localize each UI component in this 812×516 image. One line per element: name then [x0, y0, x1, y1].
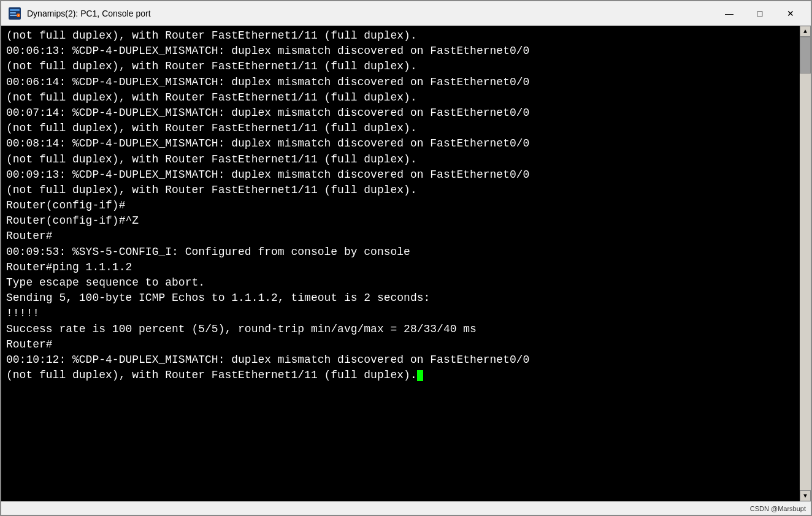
close-button[interactable]: ✕ — [776, 4, 805, 23]
terminal-line: Type escape sequence to abort. — [6, 275, 795, 290]
title-bar: Dynamips(2): PC1, Console port — □ ✕ — [1, 1, 811, 26]
svg-rect-2 — [10, 12, 16, 13]
scroll-up-arrow[interactable]: ▲ — [800, 26, 811, 37]
terminal-line: Router#ping 1.1.1.2 — [6, 260, 795, 275]
main-window: Dynamips(2): PC1, Console port — □ ✕ (no… — [0, 0, 812, 516]
terminal-line: 00:06:14: %CDP-4-DUPLEX_MISMATCH: duplex… — [6, 75, 795, 90]
svg-rect-1 — [10, 9, 20, 11]
terminal-line: Router(config-if)#^Z — [6, 213, 795, 229]
terminal-line: (not full duplex), with Router FastEther… — [6, 59, 795, 74]
terminal-line: !!!!! — [6, 306, 795, 321]
terminal-line: (not full duplex), with Router FastEther… — [6, 368, 795, 383]
terminal-line: 00:09:53: %SYS-5-CONFIG_I: Configured fr… — [6, 245, 795, 260]
scroll-down-arrow[interactable]: ▼ — [800, 490, 811, 501]
terminal-line: (not full duplex), with Router FastEther… — [6, 121, 795, 136]
terminal-line: 00:08:14: %CDP-4-DUPLEX_MISMATCH: duplex… — [6, 136, 795, 151]
terminal-line: 00:06:13: %CDP-4-DUPLEX_MISMATCH: duplex… — [6, 44, 795, 59]
svg-rect-3 — [10, 15, 17, 16]
terminal-line: 00:07:14: %CDP-4-DUPLEX_MISMATCH: duplex… — [6, 105, 795, 121]
terminal-line: (not full duplex), with Router FastEther… — [6, 183, 795, 198]
app-icon — [7, 6, 22, 21]
window-controls: — □ ✕ — [715, 4, 805, 23]
terminal-line: Router# — [6, 337, 795, 352]
scrollbar-track[interactable] — [800, 37, 811, 490]
terminal-line: (not full duplex), with Router FastEther… — [6, 28, 795, 44]
window-title: Dynamips(2): PC1, Console port — [27, 9, 715, 18]
terminal-line: Router# — [6, 229, 795, 244]
status-text: CSDN @Marsbupt — [750, 505, 806, 512]
terminal-line: (not full duplex), with Router FastEther… — [6, 90, 795, 105]
terminal-line: Router(config-if)# — [6, 198, 795, 213]
terminal-line: (not full duplex), with Router FastEther… — [6, 152, 795, 167]
scrollbar-thumb[interactable] — [800, 37, 811, 74]
minimize-button[interactable]: — — [715, 4, 743, 23]
terminal-area: (not full duplex), with Router FastEther… — [1, 26, 811, 501]
status-bar: CSDN @Marsbupt — [1, 501, 811, 515]
terminal-line: 00:10:12: %CDP-4-DUPLEX_MISMATCH: duplex… — [6, 352, 795, 368]
terminal-line: 00:09:13: %CDP-4-DUPLEX_MISMATCH: duplex… — [6, 167, 795, 183]
terminal-output[interactable]: (not full duplex), with Router FastEther… — [1, 26, 800, 501]
maximize-button[interactable]: □ — [746, 4, 774, 23]
terminal-cursor — [417, 370, 423, 381]
terminal-line: Success rate is 100 percent (5/5), round… — [6, 322, 795, 337]
scrollbar[interactable]: ▲ ▼ — [800, 26, 811, 501]
terminal-line: Sending 5, 100-byte ICMP Echos to 1.1.1.… — [6, 290, 795, 306]
